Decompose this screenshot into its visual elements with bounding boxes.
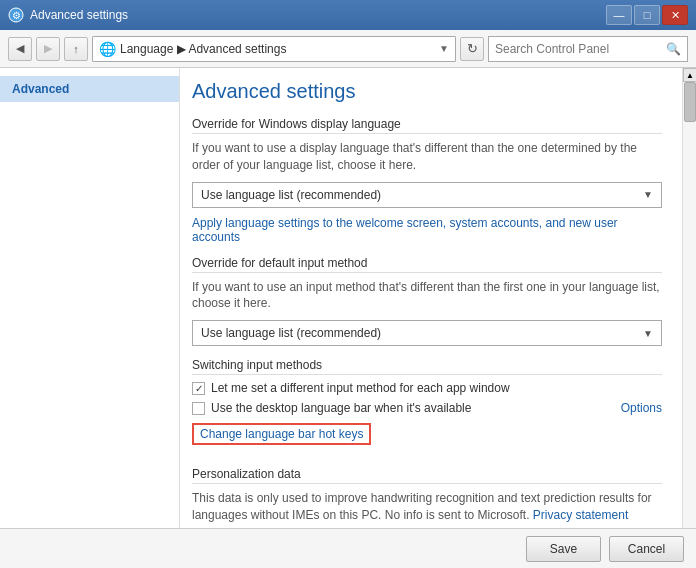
section-display-language: Override for Windows display language If… [192,117,662,244]
checkbox1-label: Let me set a different input method for … [211,381,510,395]
display-language-value: Use language list (recommended) [201,188,381,202]
sidebar-item-advanced[interactable]: Advanced [0,76,179,102]
search-input[interactable] [495,42,662,56]
checkbox-row-2: Use the desktop language bar when it's a… [192,401,471,415]
section2-desc: If you want to use an input method that'… [192,279,662,313]
chevron-down-icon: ▼ [439,43,449,54]
breadcrumb: Language ▶ Advanced settings [120,42,435,56]
address-icon: 🌐 [99,41,116,57]
up-button[interactable]: ↑ [64,37,88,61]
main-content: Advanced settings Override for Windows d… [180,68,696,568]
save-button[interactable]: Save [526,536,601,562]
maximize-button[interactable]: □ [634,5,660,25]
input-method-dropdown[interactable]: Use language list (recommended) ▼ [192,320,662,346]
bottom-bar: Save Cancel [0,528,696,568]
nav-bar: ◀ ▶ ↑ 🌐 Language ▶ Advanced settings ▼ ↻… [0,30,696,68]
apply-language-link[interactable]: Apply language settings to the welcome s… [192,216,662,244]
minimize-button[interactable]: — [606,5,632,25]
scroll-thumb[interactable] [684,82,696,122]
address-bar[interactable]: 🌐 Language ▶ Advanced settings ▼ [92,36,456,62]
checkbox-desktop-langbar[interactable] [192,402,205,415]
section-personalization: Personalization data This data is only u… [192,467,662,524]
scroll-up-button[interactable]: ▲ [683,68,696,82]
page-title: Advanced settings [192,80,662,103]
section1-desc: If you want to use a display language th… [192,140,662,174]
content-area: Advanced Advanced settings Override for … [0,68,696,568]
section1-header: Override for Windows display language [192,117,662,134]
checkbox2-label: Use the desktop language bar when it's a… [211,401,471,415]
checkbox-per-app[interactable] [192,382,205,395]
search-box[interactable]: 🔍 [488,36,688,62]
options-link[interactable]: Options [621,401,662,415]
back-button[interactable]: ◀ [8,37,32,61]
options-row: Use the desktop language bar when it's a… [192,401,662,415]
section3-header: Switching input methods [192,358,662,375]
title-bar: ⚙ Advanced settings — □ ✕ [0,0,696,30]
svg-text:⚙: ⚙ [12,10,21,21]
display-language-dropdown[interactable]: Use language list (recommended) ▼ [192,182,662,208]
scrollbar[interactable]: ▲ ▼ [682,68,696,568]
window-controls: — □ ✕ [606,5,688,25]
app-icon: ⚙ [8,7,24,23]
chevron-down-icon: ▼ [643,328,653,339]
close-button[interactable]: ✕ [662,5,688,25]
window-title: Advanced settings [30,8,128,22]
section4-header: Personalization data [192,467,662,484]
sidebar: Advanced [0,68,180,568]
section-input-method: Override for default input method If you… [192,256,662,347]
section-switching: Switching input methods Let me set a dif… [192,358,662,455]
search-icon[interactable]: 🔍 [666,42,681,56]
forward-button[interactable]: ▶ [36,37,60,61]
section2-header: Override for default input method [192,256,662,273]
checkbox-row-1: Let me set a different input method for … [192,381,662,395]
change-hotkeys-button[interactable]: Change language bar hot keys [192,423,371,445]
refresh-button[interactable]: ↻ [460,37,484,61]
privacy-statement-link[interactable]: Privacy statement [533,508,628,522]
section4-desc: This data is only used to improve handwr… [192,490,662,524]
input-method-value: Use language list (recommended) [201,326,381,340]
chevron-down-icon: ▼ [643,189,653,200]
cancel-button[interactable]: Cancel [609,536,684,562]
